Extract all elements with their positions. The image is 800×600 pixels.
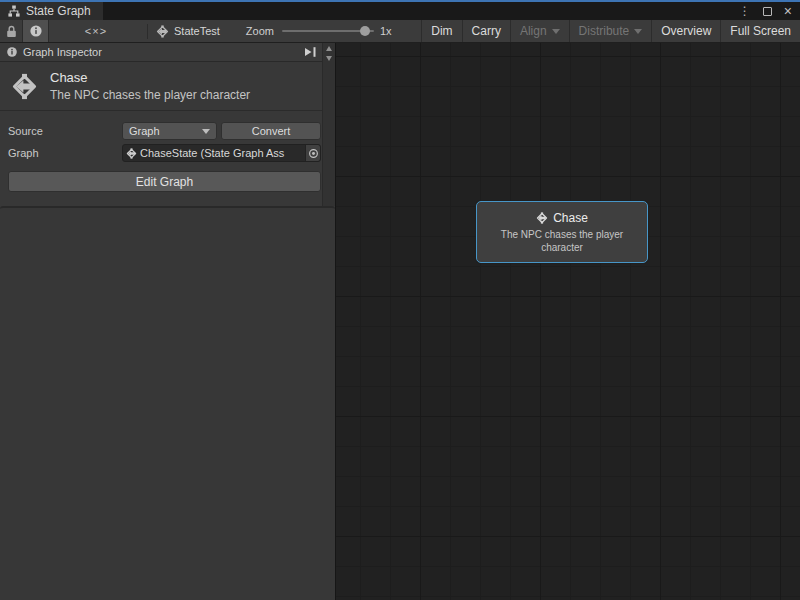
distribute-dropdown-button[interactable]: Distribute	[569, 20, 652, 42]
close-icon[interactable]: ×	[784, 4, 792, 18]
dim-button[interactable]: Dim	[421, 20, 461, 42]
lock-icon	[6, 25, 17, 38]
graph-inspector-panel: Graph Inspector Chase The NPC chases the…	[0, 43, 336, 600]
graph-name-label: StateTest	[174, 25, 220, 37]
graph-hierarchy-icon	[8, 5, 20, 17]
inspector-scroll-column	[322, 43, 335, 206]
edit-graph-button[interactable]: Edit Graph	[8, 171, 321, 192]
node-title: Chase	[553, 211, 588, 225]
state-title: Chase	[50, 70, 250, 85]
convert-label: Convert	[252, 125, 291, 137]
source-field-row: Source Graph Convert	[8, 122, 321, 140]
graph-toolbar: <×> StateTest Zoom 1x Dim Carry Align	[0, 20, 800, 43]
triangle-up-icon	[326, 46, 332, 51]
scroll-up-button[interactable]	[323, 43, 335, 53]
graph-reference-button[interactable]: StateTest	[156, 25, 220, 38]
align-label: Align	[520, 24, 547, 38]
graph-inspector-header: Graph Inspector	[0, 43, 322, 62]
source-dropdown-value: Graph	[129, 125, 198, 137]
align-dropdown-button[interactable]: Align	[510, 20, 569, 42]
dock-panel-button[interactable]	[303, 46, 318, 58]
state-graph-icon	[156, 25, 169, 38]
overview-button[interactable]: Overview	[651, 20, 720, 42]
graph-inspector-title: Graph Inspector	[23, 46, 102, 58]
carry-label: Carry	[472, 24, 501, 38]
overview-label: Overview	[661, 24, 711, 38]
graph-canvas[interactable]: Chase The NPC chases the player characte…	[336, 43, 800, 600]
full-screen-label: Full Screen	[730, 24, 791, 38]
chevron-down-icon	[634, 29, 642, 34]
tab-state-graph[interactable]: State Graph	[0, 2, 103, 20]
graph-label: Graph	[8, 147, 122, 159]
zoom-slider-handle[interactable]	[360, 26, 370, 36]
convert-button[interactable]: Convert	[221, 122, 321, 140]
zoom-value: 1x	[380, 25, 392, 37]
node-description: The NPC chases the player character	[487, 228, 637, 254]
state-description: The NPC chases the player character	[50, 88, 250, 102]
inspector-fields: Source Graph Convert Graph	[0, 111, 335, 192]
triangle-down-icon	[326, 56, 332, 61]
window-controls: ⋮ ×	[739, 2, 800, 20]
tab-bar: State Graph ⋮ ×	[0, 2, 800, 20]
tab-title: State Graph	[26, 4, 91, 18]
window-menu-icon[interactable]: ⋮	[739, 5, 751, 17]
info-icon	[6, 46, 18, 58]
state-graph-icon	[126, 148, 137, 159]
chevron-down-icon	[202, 129, 210, 134]
code-view-button[interactable]: <×>	[73, 20, 119, 42]
graph-object-field[interactable]: ChaseState (State Graph Ass	[122, 144, 321, 162]
inspector-empty-section	[0, 206, 335, 600]
toolbar-right-group: Dim Carry Align Distribute Overview Full…	[421, 20, 800, 42]
carry-button[interactable]: Carry	[462, 20, 510, 42]
distribute-label: Distribute	[579, 24, 630, 38]
toolbar-separator	[147, 24, 148, 39]
chase-state-node[interactable]: Chase The NPC chases the player characte…	[476, 201, 648, 263]
graph-field-row: Graph ChaseState (State Graph Ass	[8, 144, 321, 162]
zoom-label: Zoom	[246, 25, 274, 37]
state-graph-icon	[536, 212, 548, 224]
source-label: Source	[8, 125, 122, 137]
dim-label: Dim	[431, 24, 452, 38]
state-graph-icon	[10, 73, 39, 100]
source-dropdown[interactable]: Graph	[122, 122, 217, 140]
zoom-slider[interactable]	[282, 23, 374, 39]
scroll-down-button[interactable]	[323, 53, 335, 63]
inspector-toggle-button[interactable]	[22, 20, 49, 42]
object-picker-button[interactable]	[305, 145, 320, 161]
maximize-icon[interactable]	[763, 7, 772, 16]
state-summary: Chase The NPC chases the player characte…	[0, 62, 335, 111]
chevron-down-icon	[552, 29, 560, 34]
info-icon	[29, 24, 43, 38]
full-screen-button[interactable]: Full Screen	[720, 20, 800, 42]
graph-object-value: ChaseState (State Graph Ass	[140, 147, 302, 159]
lock-button[interactable]	[0, 20, 22, 42]
edit-graph-label: Edit Graph	[136, 175, 193, 189]
